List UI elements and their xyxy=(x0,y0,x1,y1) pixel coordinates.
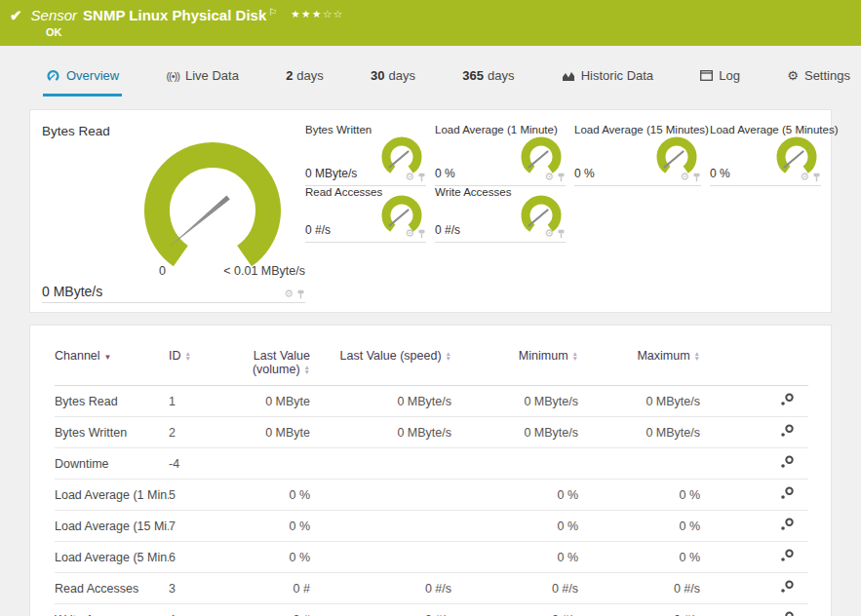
flag-icon[interactable]: ⚐ xyxy=(268,7,277,18)
tab-label: Live Data xyxy=(185,68,239,83)
minimum-value: 0 #/s xyxy=(459,573,586,604)
pin-icon[interactable] xyxy=(812,173,821,182)
tab-settings[interactable]: ⚙ Settings xyxy=(784,68,853,96)
last-value-speed: 0 MByte/s xyxy=(318,417,459,448)
channel-gear-icon[interactable]: ⚙ xyxy=(405,172,414,182)
channel-name: Read Accesses xyxy=(55,573,169,604)
last-value-speed xyxy=(318,542,459,573)
last-value-volume: 0 MByte xyxy=(227,386,318,417)
window-icon xyxy=(700,70,713,81)
tab-historic-data[interactable]: Historic Data xyxy=(559,68,656,96)
tab-overview[interactable]: Overview xyxy=(43,68,122,96)
gauge-value: 0 % xyxy=(710,167,730,180)
gauge-value: 0 MByte/s xyxy=(42,284,102,299)
channel-settings-icon[interactable] xyxy=(779,518,795,531)
maximum-value: 0 MByte/s xyxy=(586,386,708,417)
channel-settings-icon[interactable] xyxy=(779,549,795,562)
channel-name: Load Average (5 Min... xyxy=(55,542,169,573)
gauge-dial xyxy=(139,137,286,284)
channels-table: Channel▼ ID▲▼ Last Value (volume)▲▼ Last… xyxy=(55,349,808,616)
channel-gear-icon[interactable]: ⚙ xyxy=(284,289,294,299)
channel-id: 6 xyxy=(169,542,227,573)
table-row: Bytes Written 2 0 MByte 0 MByte/s 0 MByt… xyxy=(55,417,808,448)
sort-icon: ▲▼ xyxy=(572,352,578,361)
small-gauges-grid: Bytes Written 0 MByte/s ⚙ Load Average (… xyxy=(305,122,821,306)
tab-number: 2 xyxy=(286,68,293,83)
channel-name: Load Average (1 Min... xyxy=(55,480,169,511)
channel-name: Bytes Read xyxy=(55,386,169,417)
tab-bar: Overview ((•)) Live Data 2days 30days 36… xyxy=(0,46,861,96)
sort-icon: ▲▼ xyxy=(304,366,310,374)
minimum-value: 0 MByte/s xyxy=(459,417,586,448)
col-header-channel[interactable]: Channel▼ xyxy=(55,349,169,386)
tab-live-data[interactable]: ((•)) Live Data xyxy=(163,68,241,96)
gauge-value: 0 % xyxy=(574,167,595,180)
last-value-volume: 0 # xyxy=(227,604,318,616)
table-row: Bytes Read 1 0 MByte 0 MByte/s 0 MByte/s… xyxy=(55,386,808,417)
sort-icon: ▲▼ xyxy=(694,352,700,361)
status-badge: OK xyxy=(46,26,851,38)
tab-2-days[interactable]: 2days xyxy=(283,68,327,96)
gauge-bytes-read: Bytes Read 0 < 0.01 MByte/s 0 MByte/s ⚙ xyxy=(42,122,305,303)
col-header-maximum[interactable]: Maximum▲▼ xyxy=(586,349,708,386)
last-value-volume: 0 % xyxy=(227,480,318,511)
table-row: Read Accesses 3 0 # 0 #/s 0 #/s 0 #/s xyxy=(55,573,808,604)
tab-30-days[interactable]: 30days xyxy=(368,68,418,96)
channel-name: Bytes Written xyxy=(55,417,169,448)
channel-id: 2 xyxy=(169,417,227,448)
channel-name: Load Average (15 Mi... xyxy=(55,511,169,542)
pin-icon[interactable] xyxy=(692,173,701,182)
gauge-load-average-1-minute: Load Average (1 Minute) 0 % ⚙ xyxy=(435,124,566,186)
channel-gear-icon[interactable]: ⚙ xyxy=(544,228,554,239)
gauge-load-average-15-minutes: Load Average (15 Minutes) 0 % ⚙ xyxy=(574,124,701,186)
minimum-value: 0 % xyxy=(459,511,586,542)
channel-gear-icon[interactable]: ⚙ xyxy=(544,172,554,182)
channel-settings-icon[interactable] xyxy=(779,424,795,438)
pin-icon[interactable] xyxy=(296,289,305,299)
last-value-speed xyxy=(318,480,459,511)
gauge-scale-min: 0 xyxy=(159,264,166,278)
tab-log[interactable]: Log xyxy=(697,68,743,96)
sensor-kind-label: Sensor xyxy=(31,7,78,23)
priority-stars[interactable]: ★★★☆☆ xyxy=(291,8,344,19)
col-header-last-speed[interactable]: Last Value (speed)▲▼ xyxy=(318,349,459,386)
pin-icon[interactable] xyxy=(557,173,566,182)
gear-icon: ⚙ xyxy=(787,68,799,83)
sensor-header: ✔ Sensor SNMP Linux Physical Disk ⚐ ★★★☆… xyxy=(0,0,861,46)
channel-settings-icon[interactable] xyxy=(779,486,795,500)
pin-icon[interactable] xyxy=(557,229,566,239)
maximum-value: 0 % xyxy=(586,480,708,511)
gauges-panel: Bytes Read 0 < 0.01 MByte/s 0 MByte/s ⚙ … xyxy=(29,109,832,313)
channel-gear-icon[interactable]: ⚙ xyxy=(405,228,414,239)
channel-settings-icon[interactable] xyxy=(779,611,795,616)
area-chart-icon xyxy=(562,70,575,82)
last-value-speed: 0 #/s xyxy=(318,604,459,616)
gauge-label: Bytes Written xyxy=(305,124,426,135)
tab-365-days[interactable]: 365days xyxy=(459,68,517,96)
channel-gear-icon[interactable]: ⚙ xyxy=(680,172,689,182)
channel-id: 5 xyxy=(169,480,227,511)
channel-settings-icon[interactable] xyxy=(779,580,795,594)
gauge-label: Load Average (15 Minutes) xyxy=(574,124,701,135)
last-value-volume: 0 # xyxy=(227,573,318,604)
gauge-value: 0 #/s xyxy=(305,223,331,237)
minimum-value: 0 % xyxy=(459,480,586,511)
sort-desc-icon: ▼ xyxy=(104,353,112,362)
channel-settings-icon[interactable] xyxy=(779,393,795,406)
table-row: Write Accesses 4 0 # 0 #/s 0 #/s 0 #/s xyxy=(55,604,808,616)
col-header-minimum[interactable]: Minimum▲▼ xyxy=(459,349,586,386)
channel-settings-icon[interactable] xyxy=(779,455,795,469)
col-header-last-volume[interactable]: Last Value (volume)▲▼ xyxy=(227,349,318,386)
channel-gear-icon[interactable]: ⚙ xyxy=(800,172,809,182)
tab-label: Historic Data xyxy=(581,68,653,83)
tab-number: 365 xyxy=(462,68,484,83)
pin-icon[interactable] xyxy=(417,173,426,182)
pin-icon[interactable] xyxy=(417,229,426,239)
gauge-value: 0 #/s xyxy=(435,223,460,237)
last-value-volume: 0 % xyxy=(227,511,318,542)
gauge-value: 0 % xyxy=(435,167,455,180)
maximum-value: 0 % xyxy=(586,511,708,542)
last-value-speed xyxy=(318,511,459,542)
table-row: Load Average (1 Min... 5 0 % 0 % 0 % xyxy=(55,480,808,511)
col-header-id[interactable]: ID▲▼ xyxy=(169,349,227,386)
